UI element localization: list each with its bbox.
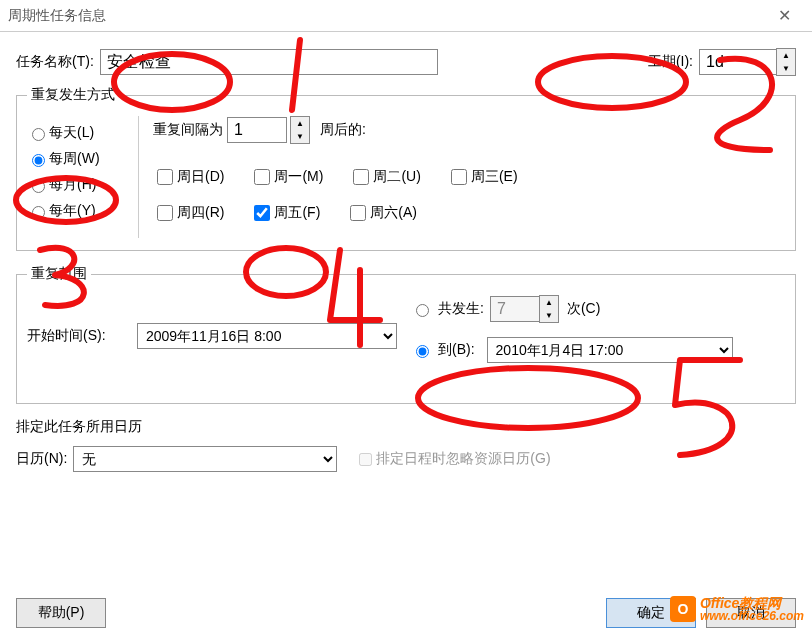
occurrences-spin-up[interactable]: ▲ bbox=[540, 296, 558, 309]
day-mon-label: 周一(M) bbox=[274, 168, 323, 186]
occurrences-spin-down[interactable]: ▼ bbox=[540, 309, 558, 322]
duration-input[interactable] bbox=[699, 49, 777, 75]
day-sun-checkbox[interactable] bbox=[157, 169, 173, 185]
day-sat-label: 周六(A) bbox=[370, 204, 417, 222]
pattern-daily[interactable]: 每天(L) bbox=[27, 124, 132, 142]
pattern-yearly-label: 每年(Y) bbox=[49, 202, 96, 220]
ignore-calendar-checkbox bbox=[359, 453, 372, 466]
day-mon[interactable]: 周一(M) bbox=[250, 166, 323, 188]
end-after-radio[interactable] bbox=[416, 304, 429, 317]
pattern-yearly[interactable]: 每年(Y) bbox=[27, 202, 132, 220]
day-thu[interactable]: 周四(R) bbox=[153, 202, 224, 224]
task-name-label: 任务名称(T): bbox=[16, 53, 94, 71]
range-legend: 重复范围 bbox=[27, 265, 91, 283]
day-fri[interactable]: 周五(F) bbox=[250, 202, 320, 224]
day-sun-label: 周日(D) bbox=[177, 168, 224, 186]
pattern-monthly[interactable]: 每月(H) bbox=[27, 176, 132, 194]
ignore-calendar: 排定日程时忽略资源日历(G) bbox=[355, 450, 550, 469]
pattern-yearly-radio[interactable] bbox=[32, 206, 45, 219]
task-name-input[interactable] bbox=[100, 49, 438, 75]
duration-spin-down[interactable]: ▼ bbox=[777, 62, 795, 75]
endby-label: 到(B): bbox=[438, 341, 475, 359]
day-wed-checkbox[interactable] bbox=[451, 169, 467, 185]
day-sat[interactable]: 周六(A) bbox=[346, 202, 417, 224]
occurrences-spinner[interactable]: ▲ ▼ bbox=[539, 295, 559, 323]
calendar-label: 日历(N): bbox=[16, 450, 67, 468]
interval-spin-down[interactable]: ▼ bbox=[291, 130, 309, 143]
day-wed-label: 周三(E) bbox=[471, 168, 518, 186]
occurrences-input[interactable] bbox=[490, 296, 540, 322]
day-fri-label: 周五(F) bbox=[274, 204, 320, 222]
day-sun[interactable]: 周日(D) bbox=[153, 166, 224, 188]
day-mon-checkbox[interactable] bbox=[254, 169, 270, 185]
range-fieldset: 重复范围 开始时间(S): 2009年11月16日 8:00 共发生: ▲ ▼ … bbox=[16, 265, 796, 404]
recurrence-legend: 重复发生方式 bbox=[27, 86, 119, 104]
ok-button[interactable]: 确定 bbox=[606, 598, 696, 628]
day-tue-label: 周二(U) bbox=[373, 168, 420, 186]
help-button[interactable]: 帮助(P) bbox=[16, 598, 106, 628]
duration-label: 工期(I): bbox=[648, 53, 693, 71]
day-tue[interactable]: 周二(U) bbox=[349, 166, 420, 188]
end-by-radio[interactable] bbox=[416, 345, 429, 358]
endby-combo[interactable]: 2010年1月4日 17:00 bbox=[487, 337, 733, 363]
recurrence-fieldset: 重复发生方式 每天(L) 每周(W) 每月(H) 每年(Y) bbox=[16, 86, 796, 251]
interval-prefix: 重复间隔为 bbox=[153, 121, 223, 139]
day-wed[interactable]: 周三(E) bbox=[447, 166, 518, 188]
day-fri-checkbox[interactable] bbox=[254, 205, 270, 221]
occurrences-label: 共发生: bbox=[438, 300, 484, 318]
start-label: 开始时间(S): bbox=[27, 327, 137, 345]
pattern-monthly-label: 每月(H) bbox=[49, 176, 96, 194]
pattern-weekly-radio[interactable] bbox=[32, 154, 45, 167]
day-thu-label: 周四(R) bbox=[177, 204, 224, 222]
duration-spinner[interactable]: ▲ ▼ bbox=[776, 48, 796, 76]
ignore-calendar-label: 排定日程时忽略资源日历(G) bbox=[376, 450, 550, 468]
pattern-weekly-label: 每周(W) bbox=[49, 150, 100, 168]
close-icon[interactable]: ✕ bbox=[764, 6, 804, 25]
window-title: 周期性任务信息 bbox=[8, 7, 764, 25]
interval-suffix: 周后的: bbox=[320, 121, 366, 139]
calendar-section-label: 排定此任务所用日历 bbox=[16, 418, 796, 436]
occurrences-suffix: 次(C) bbox=[567, 300, 600, 318]
pattern-daily-label: 每天(L) bbox=[49, 124, 94, 142]
cancel-button[interactable]: 取消 bbox=[706, 598, 796, 628]
start-combo[interactable]: 2009年11月16日 8:00 bbox=[137, 323, 397, 349]
pattern-monthly-radio[interactable] bbox=[32, 180, 45, 193]
day-sat-checkbox[interactable] bbox=[350, 205, 366, 221]
interval-spinner[interactable]: ▲ ▼ bbox=[290, 116, 310, 144]
calendar-combo[interactable]: 无 bbox=[73, 446, 337, 472]
duration-spin-up[interactable]: ▲ bbox=[777, 49, 795, 62]
day-thu-checkbox[interactable] bbox=[157, 205, 173, 221]
interval-input[interactable] bbox=[227, 117, 287, 143]
day-tue-checkbox[interactable] bbox=[353, 169, 369, 185]
pattern-daily-radio[interactable] bbox=[32, 128, 45, 141]
pattern-weekly[interactable]: 每周(W) bbox=[27, 150, 132, 168]
interval-spin-up[interactable]: ▲ bbox=[291, 117, 309, 130]
